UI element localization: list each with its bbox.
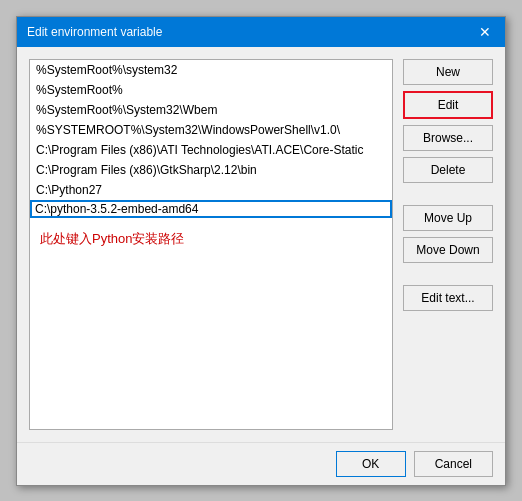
ok-button[interactable]: OK <box>336 451 406 477</box>
list-item[interactable]: %SystemRoot% <box>30 80 392 100</box>
cancel-button[interactable]: Cancel <box>414 451 493 477</box>
close-button[interactable]: ✕ <box>475 22 495 42</box>
list-item-input[interactable] <box>35 202 387 216</box>
hint-text: 此处键入Python安装路径 <box>30 222 392 256</box>
list-item[interactable]: %SYSTEMROOT%\System32\WindowsPowerShell\… <box>30 120 392 140</box>
title-bar: Edit environment variable ✕ <box>17 17 505 47</box>
spacer2 <box>403 269 493 279</box>
list-item-editing[interactable] <box>30 200 392 218</box>
list-item[interactable]: C:\Python27 <box>30 180 392 200</box>
edit-button[interactable]: Edit <box>403 91 493 119</box>
dialog-body: %SystemRoot%\system32 %SystemRoot% %Syst… <box>17 47 505 442</box>
env-list-panel[interactable]: %SystemRoot%\system32 %SystemRoot% %Syst… <box>29 59 393 430</box>
edit-env-variable-dialog: Edit environment variable ✕ %SystemRoot%… <box>16 16 506 486</box>
move-up-button[interactable]: Move Up <box>403 205 493 231</box>
edit-text-button[interactable]: Edit text... <box>403 285 493 311</box>
delete-button[interactable]: Delete <box>403 157 493 183</box>
browse-button[interactable]: Browse... <box>403 125 493 151</box>
list-item[interactable]: %SystemRoot%\system32 <box>30 60 392 80</box>
dialog-title: Edit environment variable <box>27 25 162 39</box>
move-down-button[interactable]: Move Down <box>403 237 493 263</box>
buttons-panel: New Edit Browse... Delete Move Up Move D… <box>403 59 493 430</box>
list-item[interactable]: C:\Program Files (x86)\ATI Technologies\… <box>30 140 392 160</box>
list-item[interactable]: %SystemRoot%\System32\Wbem <box>30 100 392 120</box>
spacer1 <box>403 189 493 199</box>
new-button[interactable]: New <box>403 59 493 85</box>
list-item[interactable]: C:\Program Files (x86)\GtkSharp\2.12\bin <box>30 160 392 180</box>
dialog-footer: OK Cancel <box>17 442 505 485</box>
